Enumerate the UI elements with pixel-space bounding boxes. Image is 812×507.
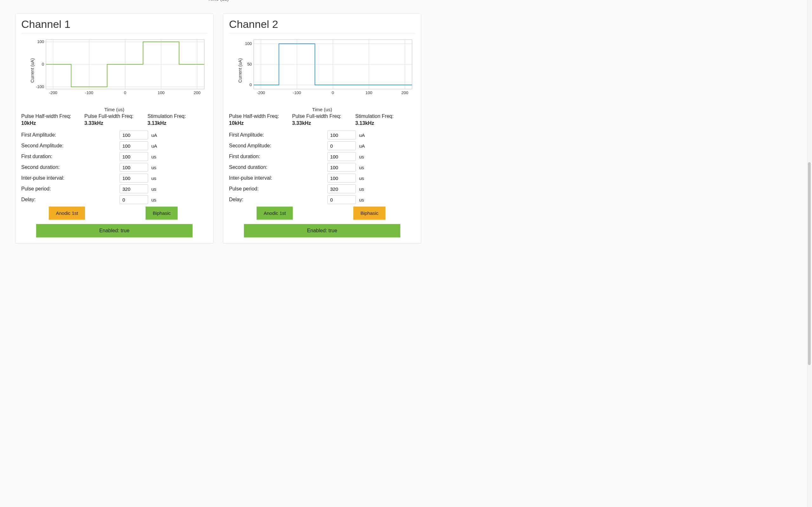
secondAmp-label: Second Amplitude:	[229, 143, 324, 149]
stimulation-freq-label: Stimulation Freq:	[355, 113, 415, 120]
svg-text:-100: -100	[85, 90, 93, 95]
firstDur-label: First duration:	[21, 154, 116, 159]
svg-text:-100: -100	[36, 84, 44, 89]
channel-title: Channel 1	[21, 18, 207, 31]
secondDur-input[interactable]	[327, 163, 356, 172]
biphasic-button[interactable]: Biphasic	[353, 207, 386, 220]
svg-text:50: 50	[247, 62, 252, 66]
pulse-half-width-freq-value: 10kHz	[21, 120, 81, 126]
waveform-chart: Current (uA) -200-1000100200050100	[229, 37, 415, 106]
period-row: Pulse period: us	[21, 184, 207, 193]
svg-text:-100: -100	[293, 90, 301, 95]
pulse-half-width-freq-label: Pulse Half-width Freq:	[21, 113, 81, 120]
divider	[229, 33, 415, 33]
period-label: Pulse period:	[21, 186, 116, 192]
biphasic-button[interactable]: Biphasic	[146, 207, 177, 220]
secondAmp-row: Second Amplitude: uA	[21, 141, 207, 150]
svg-text:-200: -200	[49, 90, 57, 95]
pulse-half-width-freq-value: 10kHz	[229, 120, 289, 126]
chart-xlabel: Time (us)	[21, 107, 207, 112]
svg-text:0: 0	[124, 90, 126, 95]
anodic-first-button[interactable]: Anodic 1st	[49, 207, 85, 220]
period-input[interactable]	[327, 184, 356, 193]
ipi-unit: us	[151, 176, 161, 181]
ipi-row: Inter-pulse interval: us	[21, 174, 207, 182]
svg-text:200: 200	[194, 90, 201, 95]
period-row: Pulse period: us	[229, 184, 415, 193]
svg-text:100: 100	[158, 90, 165, 95]
secondDur-unit: us	[151, 165, 161, 170]
svg-text:0: 0	[250, 82, 252, 87]
secondDur-row: Second duration: us	[229, 163, 415, 172]
secondAmp-unit: uA	[359, 143, 368, 149]
delay-label: Delay:	[21, 197, 116, 203]
firstAmp-row: First Amplitude: uA	[229, 130, 415, 139]
delay-row: Delay: us	[21, 195, 207, 204]
delay-input[interactable]	[327, 195, 356, 204]
button-row: Anodic 1st Biphasic	[229, 207, 415, 220]
channel-panel-1: Channel 1 Current (uA) -200-1000100200-1…	[15, 13, 213, 243]
firstDur-input[interactable]	[327, 152, 356, 161]
secondAmp-input[interactable]	[327, 141, 356, 150]
delay-unit: us	[151, 197, 161, 203]
period-unit: us	[151, 186, 161, 192]
chart-plot-area: -200-1000100200050100	[243, 38, 414, 97]
delay-input[interactable]	[119, 195, 148, 204]
pulse-full-width-freq-value: 3.33kHz	[292, 120, 352, 126]
ipi-unit: us	[359, 176, 368, 181]
delay-unit: us	[359, 197, 368, 203]
period-input[interactable]	[119, 184, 148, 193]
stimulation-freq-value: 3.13kHz	[355, 120, 415, 126]
firstDur-input[interactable]	[119, 152, 148, 161]
stimulation-freq-label: Stimulation Freq:	[148, 113, 207, 120]
firstAmp-unit: uA	[151, 132, 161, 138]
ipi-input[interactable]	[327, 174, 356, 182]
secondDur-input[interactable]	[119, 163, 148, 172]
divider	[21, 33, 207, 33]
ipi-input[interactable]	[119, 174, 148, 182]
secondDur-label: Second duration:	[229, 164, 324, 170]
anodic-first-button[interactable]: Anodic 1st	[257, 207, 293, 220]
page-top-time-label: Time (us)	[0, 0, 437, 4]
channel-panel-2: Channel 2 Current (uA) -200-100010020005…	[223, 13, 421, 243]
stimulation-freq-value: 3.13kHz	[148, 120, 207, 126]
delay-label: Delay:	[229, 197, 324, 203]
svg-text:100: 100	[245, 41, 252, 46]
channel-title: Channel 2	[229, 18, 415, 31]
firstDur-row: First duration: us	[229, 152, 415, 161]
firstDur-label: First duration:	[229, 154, 324, 159]
delay-row: Delay: us	[229, 195, 415, 204]
firstAmp-unit: uA	[359, 132, 368, 138]
firstDur-row: First duration: us	[21, 152, 207, 161]
firstDur-unit: us	[151, 154, 161, 159]
pulse-full-width-freq-value: 3.33kHz	[84, 120, 144, 126]
secondDur-unit: us	[359, 165, 368, 170]
chart-ylabel: Current (uA)	[30, 58, 35, 83]
secondDur-row: Second duration: us	[21, 163, 207, 172]
firstAmp-label: First Amplitude:	[21, 132, 116, 138]
enabled-toggle-button[interactable]: Enabled: true	[36, 224, 193, 237]
svg-text:0: 0	[42, 62, 44, 66]
waveform-chart: Current (uA) -200-1000100200-1000100	[21, 37, 207, 106]
enabled-toggle-button[interactable]: Enabled: true	[244, 224, 400, 237]
pulse-full-width-freq-label: Pulse Full-width Freq:	[84, 113, 144, 120]
button-row: Anodic 1st Biphasic	[21, 207, 207, 220]
svg-text:-200: -200	[257, 90, 265, 95]
chart-plot-area: -200-1000100200-1000100	[35, 38, 206, 97]
chart-xlabel: Time (us)	[229, 107, 415, 112]
ipi-label: Inter-pulse interval:	[21, 175, 116, 181]
freq-row: Pulse Half-width Freq: 10kHz Pulse Full-…	[21, 113, 207, 126]
svg-text:0: 0	[332, 90, 334, 95]
secondAmp-row: Second Amplitude: uA	[229, 141, 415, 150]
firstAmp-row: First Amplitude: uA	[21, 130, 207, 139]
secondDur-label: Second duration:	[21, 164, 116, 170]
secondAmp-input[interactable]	[119, 141, 148, 150]
firstAmp-input[interactable]	[327, 130, 356, 139]
svg-text:100: 100	[365, 90, 372, 95]
firstAmp-input[interactable]	[119, 130, 148, 139]
svg-text:100: 100	[37, 39, 44, 44]
pulse-full-width-freq-label: Pulse Full-width Freq:	[292, 113, 352, 120]
secondAmp-unit: uA	[151, 143, 161, 149]
ipi-label: Inter-pulse interval:	[229, 175, 324, 181]
ipi-row: Inter-pulse interval: us	[229, 174, 415, 182]
